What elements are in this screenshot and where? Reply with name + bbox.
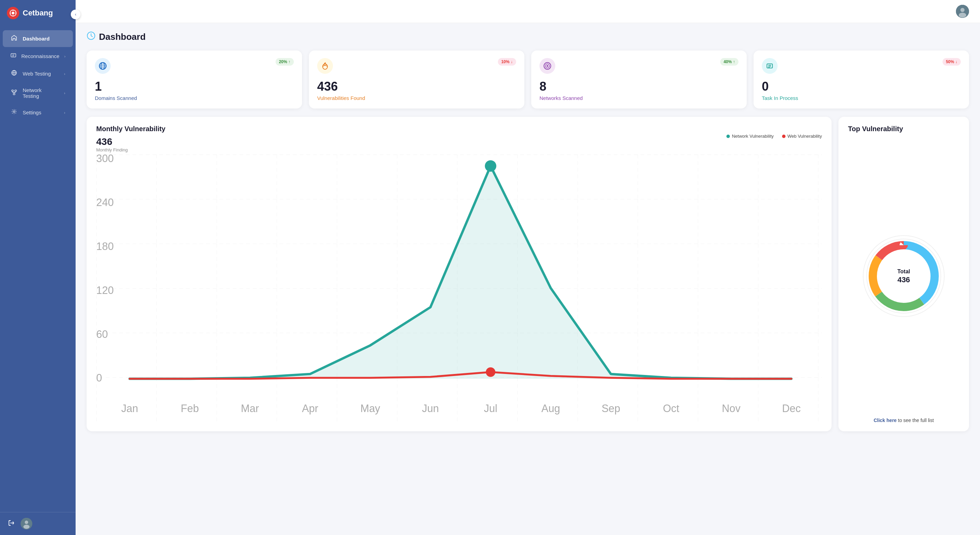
svg-point-25: [961, 8, 964, 12]
sidebar-toggle-button[interactable]: ‹: [71, 10, 80, 19]
legend-network-vulnerability: Network Vulnerability: [726, 133, 774, 139]
home-icon: [10, 35, 18, 43]
web-testing-icon: [10, 70, 18, 78]
svg-text:0: 0: [96, 372, 102, 384]
charts-row: Monthly Vulnerability 436 Monthly Findin…: [87, 117, 969, 431]
svg-text:Nov: Nov: [722, 402, 741, 414]
donut-chart: Total 436: [859, 232, 948, 321]
monthly-vulnerability-card: Monthly Vulnerability 436 Monthly Findin…: [87, 117, 832, 431]
vulnerabilities-found-label: Vulnerabilities Found: [317, 95, 516, 101]
donut-footer: Click here to see the full list: [848, 418, 959, 423]
legend-dot-network: [726, 135, 730, 138]
chevron-right-icon: ›: [64, 54, 66, 59]
sidebar: Cetbang ‹ Dashboard Reconnaissance › Web…: [0, 0, 76, 535]
dashboard-header-icon: [87, 31, 95, 42]
sidebar-item-label-network-testing: Network Testing: [23, 87, 59, 99]
svg-text:Total: Total: [897, 268, 910, 275]
svg-point-39: [547, 65, 549, 67]
svg-text:Aug: Aug: [541, 402, 560, 414]
svg-point-31: [323, 64, 328, 69]
sidebar-user-avatar[interactable]: [21, 518, 32, 530]
domains-scanned-label: Domains Scanned: [95, 95, 294, 101]
main-content: Dashboard 20% ↑ 1 Domains Scanned: [76, 0, 980, 535]
svg-text:300: 300: [96, 152, 114, 164]
svg-text:120: 120: [96, 284, 114, 296]
reconnaissance-icon: [10, 52, 16, 60]
svg-text:Jan: Jan: [121, 402, 138, 414]
network-peak-dot: [485, 160, 496, 172]
network-testing-icon: [10, 89, 18, 97]
donut-footer-link[interactable]: Click here: [873, 418, 897, 423]
task-in-process-icon-wrap: [762, 58, 778, 74]
stats-row: 20% ↑ 1 Domains Scanned 10% ↓ 436 Vulner…: [87, 51, 969, 108]
svg-text:Mar: Mar: [241, 402, 259, 414]
stat-card-domains-scanned: 20% ↑ 1 Domains Scanned: [87, 51, 302, 108]
svg-point-23: [23, 525, 30, 529]
logout-icon[interactable]: [8, 519, 15, 529]
svg-text:Jul: Jul: [484, 402, 497, 414]
stat-card-networks-scanned: 40% ↑ 8 Networks Scanned: [531, 51, 747, 108]
svg-rect-14: [13, 94, 15, 95]
domains-scanned-badge: 20% ↑: [275, 58, 294, 65]
monthly-vulnerability-chart: 300 240 180 120 60 0 Jan Feb Mar Apr May…: [96, 154, 822, 422]
vulnerabilities-found-value: 436: [317, 79, 516, 94]
sidebar-item-label-dashboard: Dashboard: [23, 36, 65, 41]
task-in-process-value: 0: [762, 79, 961, 94]
chevron-right-icon-settings: ›: [64, 111, 65, 115]
svg-text:Sep: Sep: [602, 402, 620, 414]
svg-text:Feb: Feb: [181, 402, 199, 414]
page-header: Dashboard: [87, 31, 969, 42]
monthly-vulnerability-subtitle: Monthly Finding: [96, 147, 128, 152]
svg-rect-13: [15, 90, 16, 91]
sidebar-bottom: [0, 512, 76, 535]
top-vulnerability-title: Top Vulnerability: [848, 125, 959, 133]
networks-scanned-badge: 40% ↑: [720, 58, 738, 65]
svg-rect-6: [11, 54, 16, 57]
networks-scanned-label: Networks Scanned: [539, 95, 738, 101]
svg-point-22: [25, 521, 28, 524]
stat-card-vulnerabilities-found: 10% ↓ 436 Vulnerabilities Found: [309, 51, 524, 108]
legend-label-network: Network Vulnerability: [732, 133, 774, 139]
topbar-user-avatar[interactable]: [956, 5, 969, 18]
svg-text:Jun: Jun: [422, 402, 439, 414]
legend-dot-web: [782, 135, 786, 138]
logo-text: Cetbang: [23, 9, 53, 17]
sidebar-item-reconnaissance[interactable]: Reconnaissance ›: [3, 48, 73, 65]
chart-legend: Network Vulnerability Web Vulnerability: [726, 133, 822, 139]
settings-icon: [10, 108, 18, 116]
sidebar-item-network-testing[interactable]: Network Testing ›: [3, 83, 73, 103]
sidebar-nav: Dashboard Reconnaissance › Web Testing ›…: [0, 30, 76, 512]
web-peak-dot: [486, 367, 495, 377]
sidebar-item-label-reconnaissance: Reconnaissance: [21, 53, 59, 59]
networks-scanned-value: 8: [539, 79, 738, 94]
svg-text:Oct: Oct: [663, 402, 679, 414]
svg-text:60: 60: [96, 328, 108, 340]
monthly-vulnerability-value: 436: [96, 137, 128, 147]
svg-point-26: [959, 13, 966, 17]
task-in-process-badge: 50% ↓: [943, 58, 961, 65]
svg-point-19: [13, 111, 15, 113]
chevron-right-icon-network: ›: [64, 91, 65, 95]
top-vulnerability-card: Top Vulnerability: [838, 117, 969, 431]
monthly-vulnerability-title: Monthly Vulnerability: [96, 125, 822, 133]
svg-text:436: 436: [897, 275, 910, 284]
networks-scanned-icon-wrap: [539, 58, 555, 74]
sidebar-logo: Cetbang: [0, 0, 76, 26]
vulnerabilities-found-badge: 10% ↓: [498, 58, 516, 65]
sidebar-item-settings[interactable]: Settings ›: [3, 104, 73, 121]
svg-rect-12: [12, 90, 13, 91]
svg-line-36: [325, 62, 326, 63]
svg-text:Apr: Apr: [302, 402, 318, 414]
sidebar-item-web-testing[interactable]: Web Testing ›: [3, 65, 73, 82]
domains-scanned-value: 1: [95, 79, 294, 94]
legend-label-web: Web Vulnerability: [788, 133, 822, 139]
sidebar-item-dashboard[interactable]: Dashboard: [3, 30, 73, 47]
donut-footer-text: to see the full list: [897, 418, 934, 423]
legend-web-vulnerability: Web Vulnerability: [782, 133, 822, 139]
topbar: [76, 0, 980, 23]
page-body: Dashboard 20% ↑ 1 Domains Scanned: [76, 23, 980, 535]
logo-icon: [7, 7, 19, 19]
stat-card-task-in-process: 50% ↓ 0 Task In Process: [754, 51, 969, 108]
svg-point-1: [12, 12, 14, 14]
chevron-right-icon-web: ›: [64, 72, 65, 76]
